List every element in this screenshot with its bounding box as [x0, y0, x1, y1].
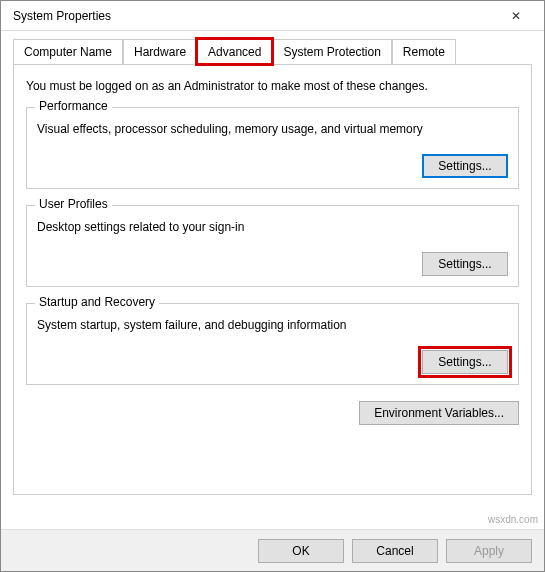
system-properties-window: System Properties ✕ Computer Name Hardwa… [0, 0, 545, 572]
tab-advanced[interactable]: Advanced [197, 39, 272, 64]
settings-button-performance[interactable]: Settings... [422, 154, 508, 178]
close-button[interactable]: ✕ [496, 2, 536, 30]
legend-startup-recovery: Startup and Recovery [35, 295, 159, 309]
desc-performance: Visual effects, processor scheduling, me… [37, 118, 508, 136]
settings-button-user-profiles[interactable]: Settings... [422, 252, 508, 276]
legend-user-profiles: User Profiles [35, 197, 112, 211]
titlebar: System Properties ✕ [1, 1, 544, 31]
tab-hardware[interactable]: Hardware [123, 39, 197, 64]
close-icon: ✕ [511, 9, 521, 23]
apply-button[interactable]: Apply [446, 539, 532, 563]
settings-button-startup-recovery[interactable]: Settings... [422, 350, 508, 374]
group-performance: Performance Visual effects, processor sc… [26, 107, 519, 189]
tab-panel-advanced: You must be logged on as an Administrato… [13, 65, 532, 495]
group-user-profiles: User Profiles Desktop settings related t… [26, 205, 519, 287]
window-title: System Properties [9, 9, 496, 23]
environment-variables-button[interactable]: Environment Variables... [359, 401, 519, 425]
watermark: wsxdn.com [488, 514, 538, 525]
legend-performance: Performance [35, 99, 112, 113]
desc-startup-recovery: System startup, system failure, and debu… [37, 314, 508, 332]
intro-text: You must be logged on as an Administrato… [26, 79, 519, 93]
env-row: Environment Variables... [26, 401, 519, 425]
cancel-button[interactable]: Cancel [352, 539, 438, 563]
desc-user-profiles: Desktop settings related to your sign-in [37, 216, 508, 234]
tab-system-protection[interactable]: System Protection [272, 39, 391, 64]
button-row-startup-recovery: Settings... [37, 350, 508, 374]
tab-remote[interactable]: Remote [392, 39, 456, 64]
ok-button[interactable]: OK [258, 539, 344, 563]
button-row-performance: Settings... [37, 154, 508, 178]
group-startup-recovery: Startup and Recovery System startup, sys… [26, 303, 519, 385]
content-area: Computer Name Hardware Advanced System P… [1, 31, 544, 495]
button-row-user-profiles: Settings... [37, 252, 508, 276]
tab-strip: Computer Name Hardware Advanced System P… [13, 39, 532, 65]
tab-computer-name[interactable]: Computer Name [13, 39, 123, 64]
dialog-footer: OK Cancel Apply [1, 529, 544, 571]
